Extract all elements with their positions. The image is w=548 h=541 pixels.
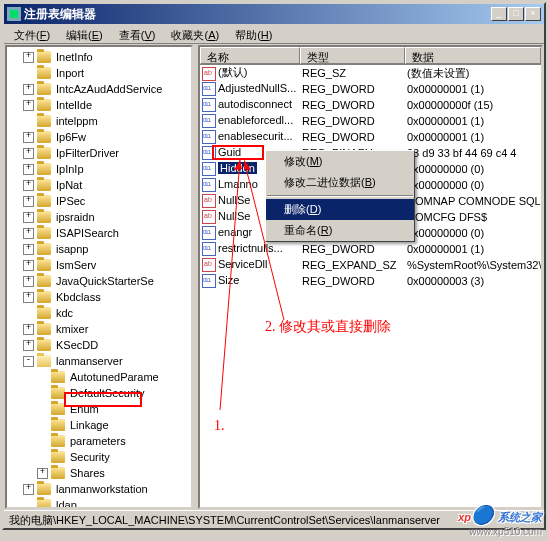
expand-icon[interactable]: -	[23, 356, 34, 367]
expand-icon[interactable]: +	[23, 132, 34, 143]
folder-icon	[37, 275, 51, 287]
folder-icon	[37, 307, 51, 319]
tree-node-isapnp[interactable]: +isapnp	[9, 241, 189, 257]
tree-node-kmixer[interactable]: +kmixer	[9, 321, 189, 337]
app-icon	[7, 7, 21, 21]
expand-icon[interactable]: +	[23, 52, 34, 63]
expand-icon[interactable]: +	[23, 244, 34, 255]
tree-node-lanmanserver[interactable]: -lanmanserver	[9, 353, 189, 369]
list-row[interactable]: SizeREG_DWORD0x00000003 (3)	[200, 273, 541, 289]
tree-node-intelppm[interactable]: intelppm	[9, 113, 189, 129]
binary-icon	[202, 274, 216, 288]
expand-icon[interactable]: +	[23, 276, 34, 287]
binary-icon	[202, 82, 216, 96]
folder-icon	[37, 323, 51, 335]
tree-node-parameters[interactable]: parameters	[9, 433, 189, 449]
folder-icon	[37, 499, 51, 509]
col-data[interactable]: 数据	[405, 47, 541, 64]
tree-node-ISAPISearch[interactable]: +ISAPISearch	[9, 225, 189, 241]
tree-node-ldap[interactable]: ldap	[9, 497, 189, 509]
expand-icon[interactable]: +	[23, 228, 34, 239]
expand-icon[interactable]: +	[23, 324, 34, 335]
tree-node-IPSec[interactable]: +IPSec	[9, 193, 189, 209]
expand-icon[interactable]: +	[37, 468, 48, 479]
col-type[interactable]: 类型	[300, 47, 405, 64]
list-row[interactable]: autodisconnectREG_DWORD0x00000000f (15)	[200, 97, 541, 113]
folder-icon	[51, 451, 65, 463]
menu-H[interactable]: 帮助(H)	[228, 26, 279, 41]
tree-node-kdc[interactable]: kdc	[9, 305, 189, 321]
folder-icon	[51, 403, 65, 415]
tree-node-Inport[interactable]: Inport	[9, 65, 189, 81]
expand-icon[interactable]: +	[23, 196, 34, 207]
menubar: 文件(F)编辑(E)查看(V)收藏夹(A)帮助(H)	[4, 24, 544, 44]
expand-icon[interactable]: +	[23, 100, 34, 111]
tree-node-Kbdclass[interactable]: +Kbdclass	[9, 289, 189, 305]
expand-icon[interactable]: +	[23, 164, 34, 175]
col-name[interactable]: 名称	[200, 47, 300, 64]
folder-icon	[51, 387, 65, 399]
list-row[interactable]: enablesecurit...REG_DWORD0x00000001 (1)	[200, 129, 541, 145]
menu-F[interactable]: 文件(F)	[7, 26, 57, 41]
minimize-button[interactable]: _	[491, 7, 507, 21]
tree-node-InetInfo[interactable]: +InetInfo	[9, 49, 189, 65]
binary-icon	[202, 130, 216, 144]
expand-icon[interactable]: +	[23, 340, 34, 351]
string-icon	[202, 67, 216, 81]
folder-icon	[37, 99, 51, 111]
expand-icon[interactable]: +	[23, 212, 34, 223]
expand-icon[interactable]: +	[23, 148, 34, 159]
folder-icon	[37, 355, 51, 367]
tree-node-IntcAzAudAddService[interactable]: +IntcAzAudAddService	[9, 81, 189, 97]
window-title: 注册表编辑器	[24, 6, 491, 23]
list-row[interactable]: enableforcedl...REG_DWORD0x00000001 (1)	[200, 113, 541, 129]
tree-node-IpNat[interactable]: +IpNat	[9, 177, 189, 193]
tree-node-AutotunedParame[interactable]: AutotunedParame	[9, 369, 189, 385]
folder-icon	[37, 483, 51, 495]
menu-E[interactable]: 编辑(E)	[59, 26, 110, 41]
list-row[interactable]: ServiceDllREG_EXPAND_SZ%SystemRoot%\Syst…	[200, 257, 541, 273]
expand-icon[interactable]: +	[23, 180, 34, 191]
folder-icon	[37, 51, 51, 63]
tree-node-IpFilterDriver[interactable]: +IpFilterDriver	[9, 145, 189, 161]
folder-icon	[37, 339, 51, 351]
folder-icon	[37, 67, 51, 79]
expand-icon[interactable]: +	[23, 484, 34, 495]
ctx-M[interactable]: 修改(M)	[266, 151, 414, 172]
tree-node-Ip6Fw[interactable]: +Ip6Fw	[9, 129, 189, 145]
splitter[interactable]	[194, 44, 197, 510]
list-body[interactable]: (默认)REG_SZ(数值未设置)AdjustedNullS...REG_DWO…	[200, 65, 541, 507]
folder-icon	[37, 259, 51, 271]
menu-A[interactable]: 收藏夹(A)	[164, 26, 226, 41]
close-button[interactable]: ×	[525, 7, 541, 21]
folder-icon	[37, 211, 51, 223]
tree-panel[interactable]: +InetInfoInport+IntcAzAudAddService+Inte…	[5, 45, 193, 509]
tree-node-IpInIp[interactable]: +IpInIp	[9, 161, 189, 177]
binary-icon	[202, 242, 216, 256]
expand-icon[interactable]: +	[23, 84, 34, 95]
string-icon	[202, 210, 216, 224]
tree-node-IsmServ[interactable]: +IsmServ	[9, 257, 189, 273]
titlebar[interactable]: 注册表编辑器 _ □ ×	[4, 4, 544, 24]
expand-icon[interactable]: +	[23, 260, 34, 271]
list-row[interactable]: AdjustedNullS...REG_DWORD0x00000001 (1)	[200, 81, 541, 97]
tree-node-Enum[interactable]: Enum	[9, 401, 189, 417]
ctx-B[interactable]: 修改二进位数据(B)	[266, 172, 414, 193]
tree-node-ipsraidn[interactable]: +ipsraidn	[9, 209, 189, 225]
tree-node-Linkage[interactable]: Linkage	[9, 417, 189, 433]
tree-node-Shares[interactable]: +Shares	[9, 465, 189, 481]
expand-icon[interactable]: +	[23, 292, 34, 303]
tree-node-JavaQuickStarterSe[interactable]: +JavaQuickStarterSe	[9, 273, 189, 289]
tree-node-lanmanworkstation[interactable]: +lanmanworkstation	[9, 481, 189, 497]
ctx-R[interactable]: 重命名(R)	[266, 220, 414, 241]
list-row[interactable]: (默认)REG_SZ(数值未设置)	[200, 65, 541, 81]
menu-V[interactable]: 查看(V)	[112, 26, 163, 41]
tree-node-DefaultSecurity[interactable]: DefaultSecurity	[9, 385, 189, 401]
tree-node-Security[interactable]: Security	[9, 449, 189, 465]
list-row[interactable]: restrictnulls...REG_DWORD0x00000001 (1)	[200, 241, 541, 257]
maximize-button[interactable]: □	[508, 7, 524, 21]
binary-icon	[202, 146, 216, 160]
ctx-D[interactable]: 删除(D)	[266, 199, 414, 220]
tree-node-IntelIde[interactable]: +IntelIde	[9, 97, 189, 113]
tree-node-KSecDD[interactable]: +KSecDD	[9, 337, 189, 353]
